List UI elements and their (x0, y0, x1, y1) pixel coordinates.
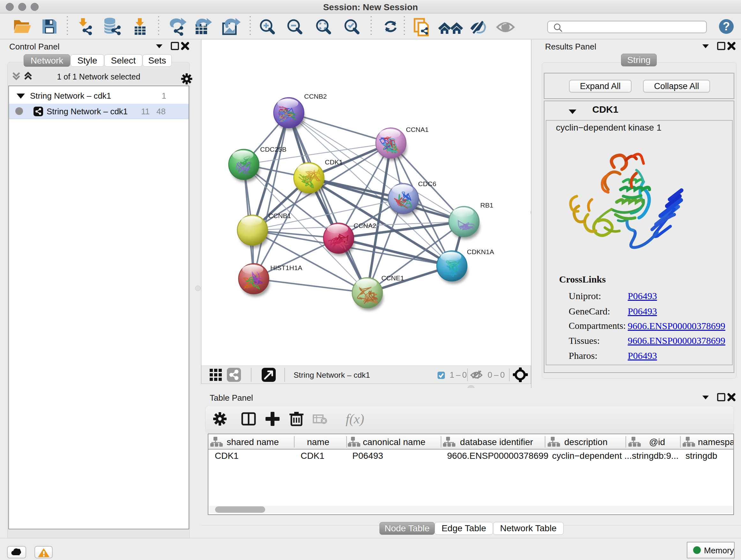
svg-text:CCNB2: CCNB2 (304, 92, 327, 100)
svg-text:RB1: RB1 (480, 201, 493, 209)
svg-text:namespac: namespac (698, 437, 733, 447)
svg-text:CCNA2: CCNA2 (354, 222, 376, 229)
svg-text:name: name (307, 437, 329, 447)
svg-text:database identifier: database identifier (460, 437, 533, 447)
svg-text:String Network – cdk1: String Network – cdk1 (293, 371, 370, 379)
svg-text:?: ? (723, 20, 730, 33)
svg-text:CCNA1: CCNA1 (406, 126, 428, 133)
svg-text:CDC25B: CDC25B (260, 145, 286, 153)
svg-text:CDKN1A: CDKN1A (467, 248, 494, 255)
svg-text:HIST1H1A: HIST1H1A (270, 264, 302, 271)
svg-text:CCNB1: CCNB1 (268, 212, 291, 219)
svg-text:description: description (564, 437, 607, 447)
svg-text:CDC6: CDC6 (418, 180, 436, 187)
svg-text:CDK1: CDK1 (325, 159, 343, 166)
svg-text:@id: @id (649, 437, 665, 447)
svg-text:f(x): f(x) (346, 412, 364, 427)
svg-text:CCNE1: CCNE1 (381, 274, 404, 282)
svg-text:0 – 0: 0 – 0 (488, 370, 505, 380)
svg-text:canonical name: canonical name (363, 437, 425, 447)
svg-text:1 – 0: 1 – 0 (450, 370, 467, 380)
svg-text:shared name: shared name (226, 437, 279, 447)
